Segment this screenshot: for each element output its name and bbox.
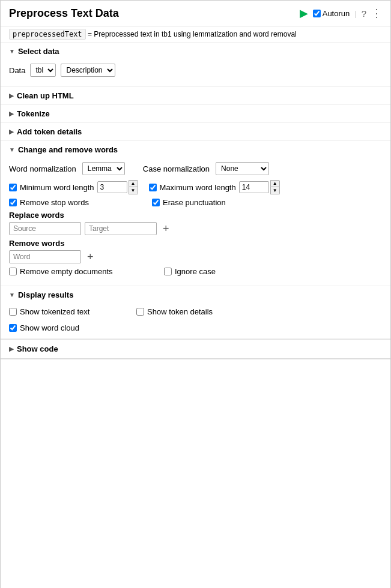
max-word-label: Maximum word length [160,183,236,192]
erase-punct-group: Erase punctuation [152,198,272,207]
show-word-cloud-label: Show word cloud [20,323,79,332]
remove-empty-label: Remove empty documents [20,267,113,276]
autorun-text: Autorun [323,9,350,18]
header: Preprocess Text Data ▶ Autorun | ? ⋮ [1,1,390,26]
min-word-input[interactable] [97,181,127,193]
section-display-results: Display results Show tokenized text Show… [1,286,390,339]
min-word-spinner: ▲ ▼ [97,180,138,194]
run-icon: ▶ [300,7,308,19]
content-area: Select data Data tbl Description Clean u… [1,43,390,358]
min-word-label: Minimum word length [20,183,94,192]
remove-words-row: + [9,250,382,263]
remove-stop-label: Remove stop words [20,198,89,207]
subtitle: preprocessedText = Preprocessed text in … [1,26,390,43]
help-icon: ? [362,8,366,19]
min-word-up[interactable]: ▲ [129,180,138,187]
divider: | [354,9,356,18]
remove-empty-checkbox[interactable] [9,268,17,275]
autorun-label[interactable]: Autorun [313,9,350,18]
add-replace-button[interactable]: + [160,223,172,235]
ignore-case-checkbox[interactable] [164,268,172,275]
section-add-token-label: Add token details [17,127,82,136]
remove-words-label: Remove words [9,239,382,248]
show-tokenized-group: Show tokenized text [9,307,129,316]
section-select-data: Select data Data tbl Description [1,43,390,87]
ignore-case-label: Ignore case [175,267,216,276]
replace-words-row: + [9,222,382,235]
section-clean-html-label: Clean up HTML [17,91,74,100]
max-word-down[interactable]: ▼ [270,187,280,194]
word-norm-row: Word normalization Lemma Stem None Case … [9,162,382,175]
section-change-remove-body: Word normalization Lemma Stem None Case … [1,158,390,286]
replace-words-label: Replace words [9,211,382,220]
subtitle-text: = Preprocessed text in tb1 using lemmati… [88,30,297,38]
section-tokenize-header[interactable]: Tokenize [1,105,390,122]
case-norm-label: Case normalization [143,164,210,173]
section-display-results-label: Display results [18,290,74,299]
section-clean-html-header[interactable]: Clean up HTML [1,87,390,104]
show-code[interactable]: Show code [1,339,390,358]
max-word-spinner: ▲ ▼ [239,180,280,194]
replace-words-section: Replace words + [9,211,382,235]
more-button[interactable]: ⋮ [371,7,382,20]
empty-ignore-row: Remove empty documents Ignore case [9,267,382,276]
section-select-data-header[interactable]: Select data [1,43,390,60]
remove-empty-group: Remove empty documents [9,267,129,276]
display-options-row: Show tokenized text Show token details S… [9,307,382,332]
show-token-details-label: Show token details [147,307,213,316]
max-word-up[interactable]: ▲ [270,180,280,187]
max-word-spinners: ▲ ▼ [270,180,280,194]
word-length-row: Minimum word length ▲ ▼ Maximum word len… [9,180,382,194]
data-select[interactable]: tbl [30,64,56,77]
show-token-details-checkbox[interactable] [136,308,144,316]
word-input[interactable] [9,250,81,263]
case-norm-select[interactable]: None Lowercase Uppercase [216,162,269,175]
show-word-cloud-group: Show word cloud [9,323,129,332]
min-word-checkbox[interactable] [9,184,17,191]
max-word-checkbox[interactable] [149,184,157,191]
output-variable: preprocessedText [9,29,86,40]
column-select[interactable]: Description [61,64,115,77]
show-tokenized-label: Show tokenized text [20,307,89,316]
data-row: Data tbl Description [9,64,382,77]
add-word-button[interactable]: + [85,251,96,263]
page-title: Preprocess Text Data [9,7,300,20]
show-token-details-group: Show token details [136,307,256,316]
min-word-down[interactable]: ▼ [129,187,138,194]
ignore-case-group: Ignore case [164,267,284,276]
min-word-spinners: ▲ ▼ [129,180,138,194]
show-tokenized-checkbox[interactable] [9,308,17,316]
section-tokenize-label: Tokenize [17,109,50,118]
section-select-data-label: Select data [18,47,59,56]
section-select-data-body: Data tbl Description [1,60,390,86]
stop-words-row: Remove stop words Erase punctuation [9,198,382,207]
show-word-cloud-checkbox[interactable] [9,324,17,332]
section-change-remove-label: Change and remove words [18,145,118,154]
help-button[interactable]: ? [362,8,366,19]
section-tokenize: Tokenize [1,105,390,123]
section-clean-html: Clean up HTML [1,87,390,105]
erase-punct-label: Erase punctuation [163,198,226,207]
run-button[interactable]: ▶ [300,7,308,20]
section-display-results-header[interactable]: Display results [1,286,390,304]
max-word-group: Maximum word length ▲ ▼ [149,180,280,194]
show-code-label: Show code [17,344,58,353]
header-actions: ▶ Autorun | ? ⋮ [300,7,382,20]
source-input[interactable] [9,222,81,235]
section-add-token-header[interactable]: Add token details [1,123,390,140]
section-change-remove-header[interactable]: Change and remove words [1,141,390,158]
remove-words-section: Remove words + [9,239,382,263]
remove-stop-group: Remove stop words [9,198,129,207]
section-change-remove: Change and remove words Word normalizati… [1,141,390,286]
word-norm-select[interactable]: Lemma Stem None [82,162,125,175]
target-input[interactable] [85,222,157,235]
erase-punct-checkbox[interactable] [152,199,160,206]
remove-stop-checkbox[interactable] [9,199,17,206]
autorun-checkbox[interactable] [313,10,321,17]
word-norm-label: Word normalization [9,164,76,173]
more-icon: ⋮ [371,7,382,19]
max-word-input[interactable] [239,181,269,193]
section-display-results-body: Show tokenized text Show token details S… [1,304,390,338]
section-add-token: Add token details [1,123,390,141]
data-label: Data [9,66,25,75]
